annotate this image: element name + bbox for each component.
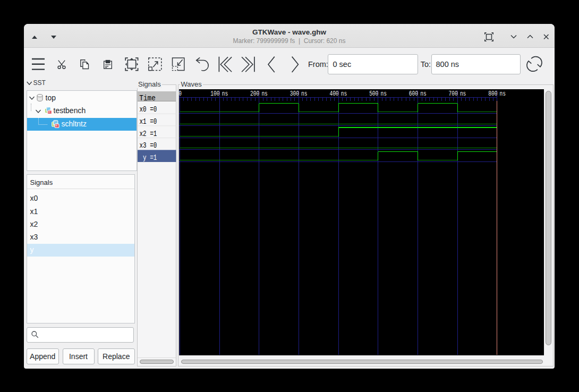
svg-text:x2 =1: x2 =1 [139,129,157,138]
svg-text:ns: ns [261,90,267,98]
svg-text:x0 =0: x0 =0 [139,105,157,114]
svg-text:500: 500 [369,90,378,98]
svg-text:400: 400 [329,90,338,98]
svg-text:ns: ns [340,90,346,98]
svg-text:ns: ns [459,90,465,98]
svg-text:700: 700 [448,90,457,98]
svg-text:100: 100 [210,90,219,98]
svg-text:x1 =0: x1 =0 [139,117,157,126]
svg-text:ns: ns [301,90,307,98]
svg-text:800: 800 [488,90,497,98]
svg-text:300: 300 [289,90,299,98]
svg-text:ns: ns [222,90,227,98]
svg-text:0: 0 [179,90,182,98]
svg-text:ns: ns [380,90,386,98]
svg-text:Time: Time [139,94,156,103]
svg-text:x3 =0: x3 =0 [139,141,157,150]
svg-text:ns: ns [499,90,505,98]
svg-text:200: 200 [250,90,259,98]
svg-text:600: 600 [408,90,418,98]
svg-text:y =1: y =1 [143,153,157,162]
svg-text:ns: ns [420,90,426,98]
